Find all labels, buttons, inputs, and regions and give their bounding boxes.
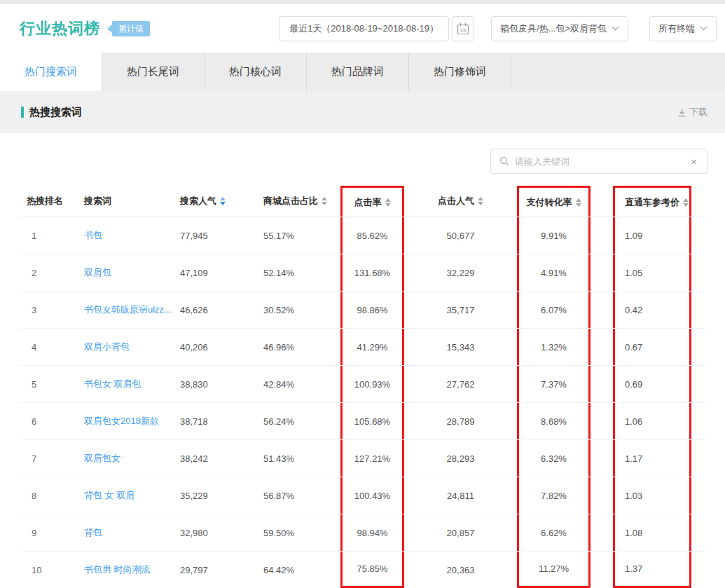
cell: 24,811 <box>404 477 517 514</box>
sort-icon[interactable] <box>576 198 581 207</box>
column-header-5[interactable]: 点击率 <box>340 186 404 217</box>
cell: 28,789 <box>404 403 517 439</box>
keyword-search-box: × <box>490 149 707 174</box>
cell: 1.37 <box>613 552 691 588</box>
keyword-link[interactable]: 双肩包女2018新款 <box>81 403 180 439</box>
sort-icon[interactable] <box>322 197 327 205</box>
rank-cell: 9 <box>20 514 81 551</box>
rank-cell: 7 <box>20 440 81 477</box>
tab-1[interactable]: 热门搜索词 <box>0 53 102 91</box>
accent-bar <box>21 107 24 118</box>
calendar-button[interactable]: 15 <box>452 16 474 41</box>
content-area: × 热搜排名搜索词搜索人气商城点击占比点击率点击人气支付转化率直通车参考价 1书… <box>0 133 725 588</box>
tab-5[interactable]: 热门修饰词 <box>409 53 511 91</box>
cell: 59.50% <box>263 514 340 551</box>
category-selector[interactable]: 箱包皮具/热...包>双肩背包 <box>491 16 628 41</box>
cell: 20,363 <box>404 552 517 588</box>
cell: 7.82% <box>517 477 591 514</box>
cell: 127.21% <box>340 440 404 477</box>
cell: 100.43% <box>340 477 404 514</box>
table-row: 10书包男 时尚潮流29,79764.42%75.85%20,36311.27%… <box>20 552 705 588</box>
table-body: 1书包77,94555.17%85.62%50,6779.91%1.092双肩包… <box>20 217 705 588</box>
cell: 40,206 <box>180 329 263 365</box>
column-header-8[interactable]: 直通车参考价 <box>613 186 691 217</box>
cell: 51.43% <box>263 440 340 477</box>
cell: 46.96% <box>263 329 340 365</box>
search-row: × <box>0 133 725 174</box>
section-title: 热搜搜索词 <box>29 106 82 119</box>
date-range-selector[interactable]: 最近1天（2018-08-19~2018-08-19） <box>279 16 449 41</box>
table-row: 3书包女韩版原宿ulzz...46,62630.52%98.86%35,7176… <box>20 292 705 329</box>
sort-icon[interactable] <box>220 197 226 205</box>
column-header-3[interactable]: 搜索人气 <box>180 186 263 217</box>
cell: 46,626 <box>180 292 263 328</box>
category-label: 箱包皮具/热...包>双肩背包 <box>500 22 607 35</box>
cell: 38,830 <box>180 366 263 402</box>
column-label: 搜索词 <box>84 195 111 207</box>
keyword-link[interactable]: 书包女韩版原宿ulzz... <box>81 292 180 328</box>
tab-3[interactable]: 热门核心词 <box>205 53 307 91</box>
download-icon <box>677 108 686 117</box>
column-label: 点击率 <box>354 196 382 209</box>
cell: 85.62% <box>340 217 404 254</box>
cell: 0.42 <box>613 292 691 328</box>
tab-4[interactable]: 热门品牌词 <box>307 53 409 91</box>
column-header-4[interactable]: 商城点击占比 <box>263 186 340 217</box>
section-title-wrap: 热搜搜索词 <box>21 106 82 119</box>
badge-arrow-icon <box>107 25 112 33</box>
table-row: 5书包女 双肩包38,83042.84%100.93%27,7627.37%0.… <box>20 366 705 403</box>
cell: 6.32% <box>517 440 591 477</box>
cell: 15,343 <box>404 329 517 365</box>
keyword-link[interactable]: 双肩包 <box>81 254 180 291</box>
cell: 27,762 <box>404 366 517 402</box>
cell: 1.06 <box>613 403 691 439</box>
cell: 56.24% <box>263 403 340 439</box>
cell: 56.87% <box>263 477 340 514</box>
search-input[interactable] <box>515 156 689 167</box>
keyword-link[interactable]: 书包女 双肩包 <box>81 366 180 402</box>
table-header-row: 热搜排名搜索词搜索人气商城点击占比点击率点击人气支付转化率直通车参考价 <box>20 186 705 217</box>
rank-cell: 5 <box>20 366 81 402</box>
table-row: 7双肩包女38,24251.43%127.21%28,2936.32%1.17 <box>20 440 705 477</box>
cell: 30.52% <box>263 292 340 328</box>
cell: 1.05 <box>613 254 691 291</box>
tab-2[interactable]: 热门长尾词 <box>102 53 205 91</box>
cell: 1.08 <box>613 514 691 551</box>
cumulative-badge: 累计值 <box>107 21 150 36</box>
cell: 55.17% <box>263 217 340 254</box>
table-row: 6双肩包女2018新款38,71856.24%105.68%28,7898.68… <box>20 403 705 440</box>
table-row: 1书包77,94555.17%85.62%50,6779.91%1.09 <box>20 217 705 254</box>
cell: 42.84% <box>263 366 340 402</box>
sort-icon[interactable] <box>683 198 689 207</box>
cell: 1.17 <box>613 440 691 477</box>
rank-cell: 3 <box>20 292 81 328</box>
table-row: 2双肩包47,10952.14%131.68%32,2294.91%1.05 <box>20 254 705 292</box>
keyword-link[interactable]: 双肩小背包 <box>81 329 180 365</box>
clear-search-icon[interactable]: × <box>689 156 698 167</box>
sort-icon[interactable] <box>478 197 483 205</box>
keyword-link[interactable]: 书包男 时尚潮流 <box>81 552 180 588</box>
cell: 35,229 <box>180 477 263 514</box>
cell: 0.67 <box>613 329 691 365</box>
search-icon <box>499 156 509 166</box>
terminal-selector[interactable]: 所有终端 <box>649 16 717 41</box>
keyword-link[interactable]: 书包 <box>81 217 180 254</box>
cell: 11.27% <box>517 552 591 588</box>
cell: 6.62% <box>517 514 591 551</box>
cell: 105.68% <box>340 403 404 439</box>
chevron-down-icon <box>700 26 707 31</box>
cell: 6.07% <box>517 292 591 328</box>
cell: 28,293 <box>404 440 517 477</box>
keyword-link[interactable]: 背包 <box>81 514 180 551</box>
column-label: 搜索人气 <box>180 195 216 207</box>
cell: 8.68% <box>517 403 591 439</box>
keyword-link[interactable]: 背包 女 双肩 <box>81 477 180 514</box>
tab-bar: 热门搜索词热门长尾词热门核心词热门品牌词热门修饰词 <box>0 53 725 91</box>
rank-cell: 6 <box>20 403 81 439</box>
download-button[interactable]: 下载 <box>677 106 707 118</box>
page: 行业热词榜 累计值 最近1天（2018-08-19~2018-08-19） 15… <box>0 0 725 588</box>
sort-icon[interactable] <box>385 198 391 207</box>
keyword-link[interactable]: 双肩包女 <box>81 440 180 477</box>
column-header-6[interactable]: 点击人气 <box>404 186 517 217</box>
column-header-7[interactable]: 支付转化率 <box>517 186 591 217</box>
